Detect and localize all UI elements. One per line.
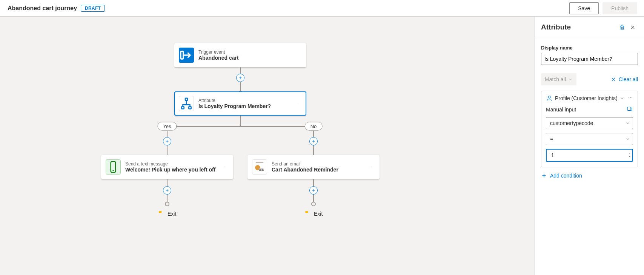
condition-card: Profile (Customer Insights) Manual input… (541, 91, 638, 167)
exit-no-label: Exit (314, 211, 323, 217)
trigger-eyebrow: Trigger event (198, 49, 302, 55)
trigger-title: Abandoned cart (198, 55, 302, 61)
exit-yes: Exit (158, 210, 176, 217)
svg-point-9 (225, 167, 225, 167)
svg-point-4 (298, 103, 298, 104)
manual-input-label: Manual input (546, 107, 576, 113)
svg-point-23 (632, 97, 632, 98)
flag-icon (158, 210, 164, 217)
svg-point-5 (298, 104, 298, 104)
attribute-select-value: customertypecode (550, 120, 593, 126)
condition-source-label[interactable]: Profile (Customer Insights) (555, 95, 618, 101)
display-name-label: Display name (541, 45, 638, 51)
email-node[interactable]: Send an email Cart Abandoned Reminder (247, 155, 380, 179)
status-badge: DRAFT (81, 5, 105, 12)
svg-point-22 (630, 97, 631, 98)
spin-down-icon[interactable] (628, 155, 632, 158)
email-thumbnail-icon (252, 159, 267, 175)
match-all-label: Match all (545, 76, 566, 82)
svg-point-8 (225, 167, 225, 167)
svg-point-18 (371, 167, 372, 167)
svg-point-6 (298, 104, 298, 104)
sms-node[interactable]: Send a text message Welcome! Pick up whe… (101, 155, 233, 179)
add-condition-label: Add condition (550, 173, 582, 179)
exit-yes-label: Exit (168, 211, 176, 217)
attribute-title: Is Loyalty Program Member? (198, 103, 294, 109)
svg-rect-3 (189, 107, 191, 109)
sms-title: Welcome! Pick up where you left off (125, 167, 221, 173)
chevron-down-icon[interactable] (620, 96, 624, 100)
attribute-panel: Attribute Display name Match all Clear a… (535, 17, 644, 275)
clear-all-button[interactable]: Clear all (610, 76, 638, 82)
operator-select[interactable]: = (546, 133, 633, 145)
value-input-wrapper (546, 149, 633, 162)
clear-all-label: Clear all (619, 76, 638, 82)
sms-eyebrow: Send a text message (125, 161, 221, 167)
top-bar: Abandoned cart journey DRAFT Save Publis… (0, 0, 644, 17)
email-title: Cart Abandoned Reminder (272, 167, 367, 173)
flag-icon (304, 210, 310, 217)
branch-no-chip[interactable]: No (305, 122, 323, 131)
attribute-eyebrow: Attribute (198, 98, 294, 103)
phone-icon (106, 159, 121, 175)
trigger-node[interactable]: Trigger event Abandoned cart (174, 43, 306, 67)
svg-point-14 (259, 169, 261, 171)
svg-point-20 (548, 96, 550, 98)
svg-point-10 (225, 167, 225, 168)
svg-rect-16 (256, 162, 263, 163)
chevron-down-icon (626, 137, 630, 141)
panel-title: Attribute (541, 23, 617, 31)
person-icon (546, 95, 553, 102)
plus-icon (541, 173, 547, 179)
add-after-sms[interactable] (163, 186, 171, 195)
sms-more-button[interactable] (221, 164, 229, 170)
add-on-no-branch[interactable] (309, 137, 318, 145)
chevron-down-icon (568, 77, 573, 82)
page-title: Abandoned cart journey (8, 5, 77, 12)
close-icon (610, 76, 616, 82)
save-button[interactable]: Save (569, 2, 599, 14)
svg-point-21 (629, 97, 629, 98)
spin-up-icon[interactable] (628, 152, 632, 155)
svg-rect-2 (181, 107, 184, 109)
publish-button: Publish (603, 2, 637, 14)
add-on-yes-branch[interactable] (163, 137, 171, 145)
branch-yes-chip[interactable]: Yes (157, 122, 177, 131)
svg-point-15 (262, 169, 264, 171)
email-more-button[interactable] (367, 164, 375, 170)
svg-rect-24 (627, 107, 631, 111)
sitemap-icon (179, 96, 194, 111)
display-name-input[interactable] (541, 53, 638, 65)
email-eyebrow: Send an email (272, 161, 367, 167)
journey-canvas[interactable]: Trigger event Abandoned cart Attribute I… (0, 17, 535, 275)
svg-point-17 (371, 167, 372, 167)
delete-button[interactable] (617, 22, 627, 32)
manual-input-toggle[interactable] (626, 105, 633, 113)
trigger-icon (179, 48, 194, 63)
add-condition-button[interactable]: Add condition (541, 173, 638, 179)
attribute-node[interactable]: Attribute Is Loyalty Program Member? (174, 91, 306, 116)
condition-more-button[interactable] (628, 95, 633, 102)
add-after-email[interactable] (309, 186, 318, 195)
add-after-trigger[interactable] (236, 74, 244, 82)
attribute-select[interactable]: customertypecode (546, 117, 633, 129)
match-all-button: Match all (541, 73, 576, 85)
value-input[interactable] (550, 152, 622, 159)
svg-rect-0 (181, 51, 183, 59)
attribute-more-button[interactable] (294, 100, 302, 107)
svg-rect-1 (185, 98, 188, 100)
svg-point-19 (371, 167, 372, 168)
chevron-down-icon (626, 121, 630, 125)
exit-no: Exit (304, 210, 323, 217)
operator-select-value: = (550, 136, 553, 142)
close-button[interactable] (627, 22, 638, 32)
